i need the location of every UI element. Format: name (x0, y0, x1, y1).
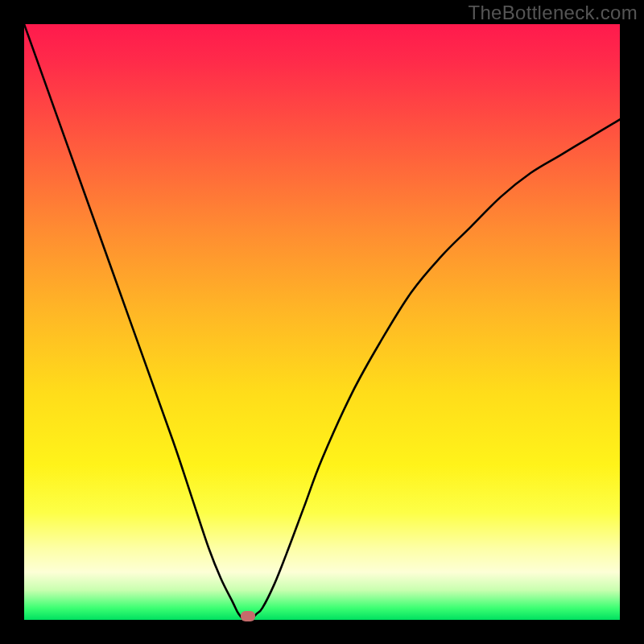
minimum-marker (241, 611, 255, 621)
watermark-text: TheBottleneck.com (468, 2, 638, 24)
plot-area (24, 24, 620, 620)
bottleneck-curve (24, 24, 620, 620)
chart-frame: TheBottleneck.com (0, 0, 644, 644)
